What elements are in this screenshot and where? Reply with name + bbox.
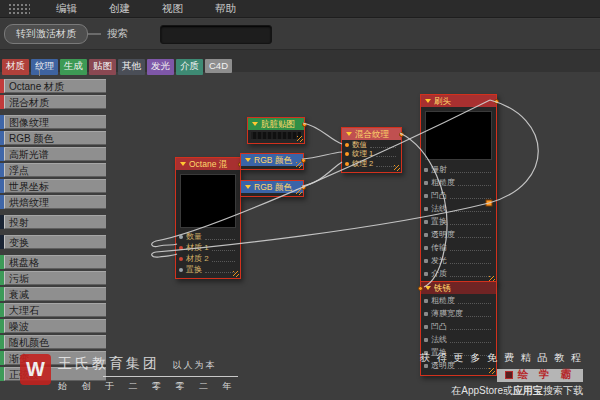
output-port-dot[interactable]: [302, 122, 307, 127]
resize-grip[interactable]: [296, 189, 302, 195]
sidebar-item[interactable]: 烘焙纹理: [0, 195, 106, 209]
port-value-field[interactable]: [450, 271, 491, 277]
input-port-dot[interactable]: [424, 168, 428, 172]
input-port-dot[interactable]: [424, 299, 428, 303]
output-port-dot[interactable]: [494, 99, 499, 104]
node-dirt-map[interactable]: 肮脏贴图: [247, 117, 305, 144]
port-value-field[interactable]: [450, 337, 491, 343]
port-value-field[interactable]: [450, 206, 491, 212]
port-row[interactable]: 发光: [421, 254, 496, 267]
port-row[interactable]: 数量: [176, 231, 240, 242]
sidebar-item[interactable]: 图像纹理: [0, 115, 106, 129]
port-row[interactable]: 数值: [342, 140, 401, 150]
collapse-triangle-icon[interactable]: [252, 122, 258, 126]
input-port-dot[interactable]: [179, 257, 183, 261]
port-row[interactable]: 粗糙度: [421, 176, 496, 189]
port-row[interactable]: 纹理 1: [342, 150, 401, 160]
menu-item-3[interactable]: 帮助: [215, 2, 236, 16]
port-row[interactable]: 漫射: [421, 163, 496, 176]
port-row[interactable]: 置换: [176, 264, 240, 275]
port-row[interactable]: 薄膜宽度: [421, 307, 496, 320]
sidebar-item[interactable]: 随机颜色: [0, 335, 106, 349]
tab-1[interactable]: 纹理: [31, 59, 58, 75]
input-port-dot[interactable]: [424, 233, 428, 237]
node-header[interactable]: Octane 混: [176, 158, 240, 170]
sidebar-item[interactable]: 混合材质: [0, 95, 106, 109]
node-rgb-color-1[interactable]: RGB 颜色: [240, 153, 304, 170]
input-port-dot[interactable]: [424, 207, 428, 211]
node-octane-mix[interactable]: Octane 混数量材质 1材质 2置换: [175, 157, 241, 279]
input-port-dot[interactable]: [424, 194, 428, 198]
collapse-triangle-icon[interactable]: [425, 286, 431, 290]
sidebar-item[interactable]: 污垢: [0, 271, 106, 285]
sidebar-item[interactable]: 衰减: [0, 287, 106, 301]
input-port-dot[interactable]: [179, 235, 183, 239]
node-header[interactable]: 铁锈: [421, 282, 496, 294]
node-brush-head[interactable]: 刷头漫射粗糙度凹凸法线置换透明度传输发光介质: [420, 94, 497, 284]
input-port-dot[interactable]: [424, 220, 428, 224]
sidebar-item[interactable]: RGB 颜色: [0, 131, 106, 145]
sidebar-item[interactable]: 变换: [0, 235, 106, 249]
node-mix-texture[interactable]: 混合纹理数值纹理 1纹理 2: [341, 127, 402, 173]
port-row[interactable]: 法线: [421, 333, 496, 346]
resize-grip[interactable]: [233, 271, 239, 277]
tab-7[interactable]: C4D: [205, 59, 232, 73]
port-row[interactable]: 粗糙度: [421, 294, 496, 307]
node-header[interactable]: RGB 颜色: [241, 154, 303, 166]
port-row[interactable]: 纹理 2: [342, 159, 401, 169]
menu-item-1[interactable]: 创建: [109, 2, 130, 16]
port-value-field[interactable]: [212, 245, 235, 251]
port-value-field[interactable]: [205, 267, 235, 273]
input-port-dot[interactable]: [345, 143, 349, 147]
port-row[interactable]: 材质 2: [176, 253, 240, 264]
input-port-dot[interactable]: [424, 272, 428, 276]
input-port-dot[interactable]: [418, 286, 423, 291]
sidebar-item[interactable]: Octane 材质: [0, 79, 106, 93]
port-value-field[interactable]: [466, 311, 491, 317]
port-row[interactable]: 法线: [421, 202, 496, 215]
port-row[interactable]: 凹凸: [421, 189, 496, 202]
resize-grip[interactable]: [296, 162, 302, 168]
port-row[interactable]: 透明度: [421, 228, 496, 241]
port-row[interactable]: 传输: [421, 241, 496, 254]
sidebar-item[interactable]: 高斯光谱: [0, 147, 106, 161]
node-header[interactable]: 刷头: [421, 95, 496, 107]
port-value-field[interactable]: [450, 258, 491, 264]
input-port-dot[interactable]: [345, 162, 349, 166]
tab-2[interactable]: 生成: [60, 59, 87, 75]
menu-item-0[interactable]: 编辑: [56, 2, 77, 16]
tab-6[interactable]: 介质: [176, 59, 203, 75]
port-value-field[interactable]: [370, 142, 396, 148]
drag-grip-icon[interactable]: [8, 3, 30, 14]
port-value-field[interactable]: [450, 167, 491, 173]
resize-grip[interactable]: [394, 165, 400, 171]
collapse-triangle-icon[interactable]: [245, 158, 251, 162]
sidebar-item[interactable]: 世界坐标: [0, 179, 106, 193]
input-port-dot[interactable]: [424, 325, 428, 329]
port-value-field[interactable]: [458, 232, 491, 238]
sidebar-item[interactable]: 大理石: [0, 303, 106, 317]
tab-4[interactable]: 其他: [118, 59, 145, 75]
input-port-dot[interactable]: [345, 152, 349, 156]
input-port-dot[interactable]: [424, 181, 428, 185]
sidebar-item[interactable]: 噪波: [0, 319, 106, 333]
port-row[interactable]: 置换: [421, 215, 496, 228]
port-value-field[interactable]: [450, 324, 491, 330]
port-value-field[interactable]: [205, 234, 235, 240]
input-port-dot[interactable]: [179, 268, 183, 272]
collapse-triangle-icon[interactable]: [245, 185, 251, 189]
port-value-field[interactable]: [450, 245, 491, 251]
input-port-dot[interactable]: [424, 259, 428, 263]
resize-grip[interactable]: [297, 136, 303, 142]
menu-item-2[interactable]: 视图: [162, 2, 183, 16]
node-header[interactable]: RGB 颜色: [241, 181, 303, 193]
input-port-dot[interactable]: [424, 246, 428, 250]
collapse-triangle-icon[interactable]: [346, 132, 352, 136]
output-port-dot[interactable]: [399, 132, 404, 137]
node-header[interactable]: 混合纹理: [342, 128, 401, 140]
input-port-dot[interactable]: [424, 338, 428, 342]
collapse-triangle-icon[interactable]: [180, 162, 186, 166]
port-value-field[interactable]: [376, 151, 396, 157]
sidebar-item[interactable]: 棋盘格: [0, 255, 106, 269]
port-value-field[interactable]: [458, 298, 491, 304]
